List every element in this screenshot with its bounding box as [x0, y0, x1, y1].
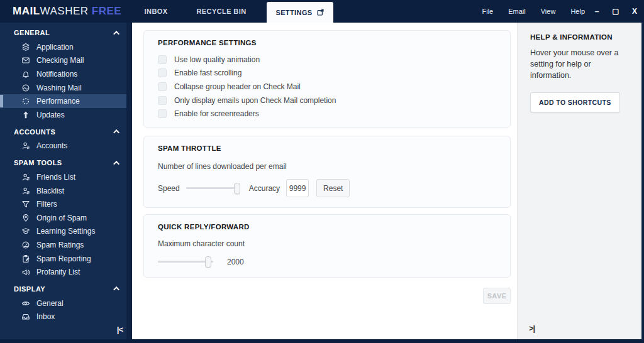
arrow-up-icon [21, 110, 30, 119]
wash-icon [21, 83, 30, 92]
checkbox-row-collapse-group-header-on-check-mail: Collapse group header on Check Mail [158, 80, 496, 94]
spam-throttle-description: Number of lines downloaded per email [158, 162, 496, 171]
card-title: QUICK REPLY/FORWARD [158, 223, 496, 231]
spam-throttle-card: SPAM THROTTLE Number of lines downloaded… [143, 136, 511, 208]
help-panel-expand-icon[interactable]: >| [529, 324, 535, 333]
sidebar-item-checking-mail[interactable]: Checking Mail [0, 54, 132, 68]
quick-reply-forward-card: QUICK REPLY/FORWARD Maximum character co… [143, 214, 511, 278]
menu-help[interactable]: Help [570, 8, 585, 15]
quick-reply-controls: 2000 [158, 254, 496, 270]
menu-bar: FileEmailViewHelp [482, 0, 585, 23]
speed-slider-thumb[interactable] [234, 183, 240, 194]
sidebar-item-label: Washing Mail [36, 84, 82, 92]
help-panel: HELP & INFORMATION Hover your mouse over… [517, 23, 641, 339]
tab-inbox[interactable]: INBOX [123, 0, 189, 23]
sidebar-item-label: Accounts [36, 141, 67, 150]
window-controls: – ▢ X [592, 0, 639, 23]
clipboard-icon [21, 254, 30, 263]
add-to-shortcuts-button[interactable]: ADD TO SHORTCUTS [530, 92, 620, 112]
checkbox-use-low-quality-animation[interactable] [158, 55, 167, 64]
sidebar-item-spam-ratings[interactable]: Spam Ratings [0, 238, 132, 252]
performance-settings-card: PERFORMANCE SETTINGS Use low quality ani… [143, 30, 511, 128]
sidebar-item-spam-reporting[interactable]: Spam Reporting [0, 252, 132, 266]
accuracy-input[interactable] [286, 179, 309, 197]
main-area: PERFORMANCE SETTINGS Use low quality ani… [132, 23, 641, 339]
sidebar-item-notifications[interactable]: Notifications [0, 67, 132, 81]
sidebar-item-updates[interactable]: Updates [0, 108, 132, 122]
reset-button[interactable]: Reset [316, 179, 350, 197]
app-title: MAILWASHER FREE [13, 5, 121, 18]
menu-view[interactable]: View [541, 8, 556, 15]
sidebar-item-blacklist[interactable]: Blacklist [0, 184, 132, 198]
funnel-icon [21, 200, 30, 209]
accuracy-label: Accuracy [249, 184, 280, 193]
app-logo: MAILWASHER FREE [0, 5, 115, 18]
checkbox-enable-for-screenreaders[interactable] [158, 109, 167, 118]
spam-throttle-controls: Speed Accuracy Reset [158, 180, 496, 197]
maximize-button[interactable]: ▢ [611, 7, 620, 16]
sidebar-item-profanity-list[interactable]: Profanity List [0, 265, 132, 279]
section-title: SPAM TOOLS [14, 159, 115, 166]
card-title: SPAM THROTTLE [158, 144, 496, 152]
section-title: DISPLAY [14, 285, 115, 293]
sidebar-item-inbox[interactable]: Inbox [0, 310, 132, 324]
char-count-slider[interactable] [158, 261, 213, 263]
gauge-icon [21, 240, 30, 249]
sidebar-item-label: Blacklist [36, 187, 64, 195]
checkbox-row-use-low-quality-animation: Use low quality animation [158, 53, 496, 67]
save-button[interactable]: SAVE [483, 288, 511, 304]
sidebar-item-label: General [36, 299, 64, 308]
checkbox-enable-fast-scrolling[interactable] [158, 68, 167, 77]
window-frame-right [641, 23, 644, 343]
sidebar-item-filters[interactable]: Filters [0, 197, 132, 211]
speed-slider[interactable] [186, 187, 238, 189]
sidebar-section-accounts[interactable]: ACCOUNTS [0, 124, 132, 139]
sidebar-item-label: Updates [36, 111, 65, 119]
sidebar-collapse-icon[interactable]: |< [117, 325, 123, 334]
close-button[interactable]: X [630, 7, 639, 16]
checkbox-row-enable-fast-scrolling: Enable fast scrolling [158, 67, 496, 80]
sidebar-item-accounts[interactable]: Accounts [0, 139, 132, 153]
help-panel-text: Hover your mouse over a setting for help… [530, 47, 631, 81]
sidebar-item-label: Profanity List [36, 268, 80, 276]
sidebar-item-friends-list[interactable]: Friends List [0, 170, 132, 184]
help-panel-title: HELP & INFORMATION [530, 33, 631, 41]
main-tabs: INBOXRECYCLE BINSETTINGS [123, 0, 333, 23]
sidebar-section-display[interactable]: DISPLAY [0, 281, 132, 297]
checkbox-row-enable-for-screenreaders: Enable for screenreaders [158, 107, 496, 121]
sidebar-item-label: Spam Ratings [36, 241, 84, 249]
settings-sidebar: GENERAL ApplicationChecking MailNotifica… [0, 23, 132, 339]
bell-icon [21, 69, 30, 79]
sidebar-item-learning-settings[interactable]: Learning Settings [0, 225, 132, 239]
performance-checkbox-list: Use low quality animationEnable fast scr… [158, 53, 496, 121]
sidebar-item-performance[interactable]: Performance [0, 94, 132, 108]
sidebar-item-label: Spam Reporting [36, 254, 91, 263]
grad-cap-icon [21, 227, 30, 236]
mail-icon [21, 56, 30, 65]
tab-label: SETTINGS [275, 9, 312, 16]
sidebar-item-label: Application [36, 43, 74, 52]
checkbox-collapse-group-header-on-check-mail[interactable] [158, 82, 167, 91]
checkbox-label: Use low quality animation [174, 55, 260, 64]
sidebar-scrollbar-gutter[interactable] [126, 23, 132, 339]
menu-email[interactable]: Email [508, 8, 526, 15]
menu-file[interactable]: File [482, 8, 493, 15]
sidebar-item-washing-mail[interactable]: Washing Mail [0, 81, 132, 95]
user-icon [21, 186, 30, 195]
inbox-icon [21, 312, 30, 322]
tab-settings[interactable]: SETTINGS [267, 2, 333, 23]
sidebar-item-application[interactable]: Application [0, 40, 132, 54]
window-frame-bottom [0, 339, 644, 343]
sidebar-item-general[interactable]: General [0, 297, 132, 310]
checkbox-only-display-emails-upon-check-mail-completion[interactable] [158, 96, 167, 105]
sidebar-section-general[interactable]: GENERAL [0, 25, 132, 40]
max-char-count-label: Maximum character count [158, 239, 496, 248]
sidebar-item-origin-of-spam[interactable]: Origin of Spam [0, 211, 132, 225]
sidebar-section-spam-tools[interactable]: SPAM TOOLS [0, 155, 132, 170]
tab-recycle-bin[interactable]: RECYCLE BIN [189, 0, 254, 23]
title-bar: MAILWASHER FREE INBOXRECYCLE BINSETTINGS… [0, 0, 644, 23]
sidebar-item-label: Filters [36, 200, 57, 209]
minimize-button[interactable]: – [592, 7, 601, 16]
char-count-slider-thumb[interactable] [205, 256, 211, 268]
char-count-value: 2000 [227, 258, 244, 266]
